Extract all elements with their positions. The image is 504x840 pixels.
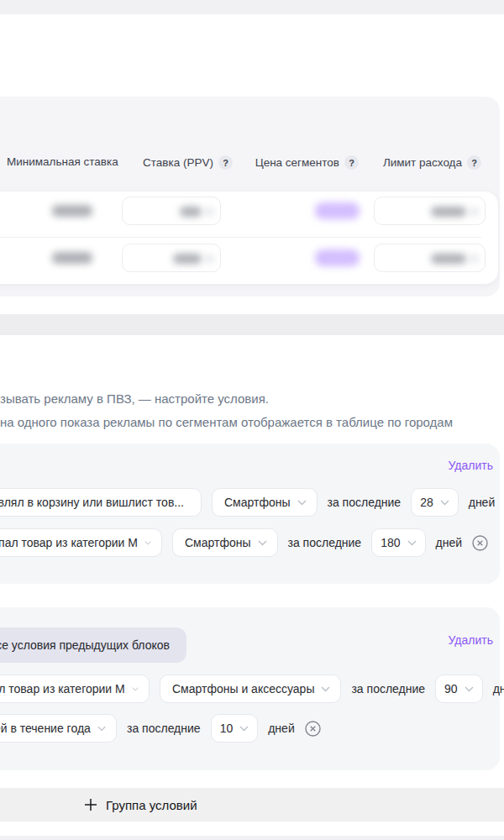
select-value: Смартфоны: [185, 536, 251, 549]
remove-condition-button[interactable]: [305, 721, 321, 737]
select-value: 180: [381, 536, 400, 549]
select-value: 10: [220, 722, 234, 735]
redacted-min-bid-value: [52, 252, 92, 264]
chevron-down-icon: [465, 686, 474, 692]
column-header-label: Цена сегментов: [255, 156, 339, 169]
chevron-down-icon: [321, 686, 330, 692]
chevron-down-icon: [144, 540, 151, 546]
category-select[interactable]: Смартфоны: [212, 488, 318, 517]
intro-line: на одного показа рекламы по сегментам от…: [0, 411, 453, 434]
select-value: окупал товар из категории М: [0, 536, 138, 549]
redacted-value: [431, 254, 466, 264]
select-value: Смартфоны: [224, 496, 291, 509]
select-value: скал товар из категории М: [0, 682, 125, 696]
days-unit-label: дней: [436, 536, 463, 549]
bottom-section-divider: [0, 836, 504, 840]
select-value: 28: [420, 496, 433, 509]
column-header-ppv-bid: Ставка (PPV) ?: [143, 155, 233, 170]
redacted-min-bid-value: [52, 205, 92, 217]
select-value: дней в течение года: [0, 722, 91, 735]
help-icon[interactable]: ?: [344, 155, 359, 170]
ppv-bid-input[interactable]: [122, 244, 221, 272]
days-unit-label: дней: [268, 722, 295, 735]
days-count-select[interactable]: 28: [411, 488, 459, 517]
select-value: добавлял в корзину или вишлист тов...: [0, 496, 184, 509]
redacted-value: [431, 207, 466, 217]
redacted-suffix: [206, 207, 213, 216]
intro-line: зывать рекламу в ПВЗ, — настройте услови…: [0, 387, 453, 411]
bids-table-body: [0, 192, 498, 284]
column-header-segment-price: Цена сегментов ?: [255, 155, 359, 170]
column-header-label: Лимит расхода: [383, 156, 462, 169]
circle-x-icon: [472, 535, 488, 551]
condition-row: окупал товар из категории М Смартфоны за…: [0, 528, 500, 557]
row-divider: [0, 237, 481, 238]
action-select[interactable]: окупал товар из категории М: [0, 528, 162, 557]
delete-group-button[interactable]: Удалить: [449, 633, 493, 647]
select-value: 90: [444, 682, 458, 696]
chevron-down-icon: [440, 500, 449, 506]
remove-condition-button[interactable]: [472, 535, 488, 551]
days-count-select[interactable]: 10: [211, 714, 259, 743]
add-condition-group-button[interactable]: Группа условий: [0, 788, 504, 822]
chevron-down-icon: [239, 726, 249, 732]
chevron-down-icon: [407, 540, 417, 546]
category-select[interactable]: Смартфоны и аксессуары: [160, 675, 341, 703]
add-group-label: Группа условий: [106, 798, 197, 812]
redacted-segment-price-badge[interactable]: [315, 202, 360, 219]
condition-row: скал товар из категории М Смартфоны и ак…: [0, 675, 500, 703]
period-prefix-label: за последние: [351, 682, 425, 696]
section-divider-band: [0, 314, 504, 335]
column-header-min-bid: Минимальная ставка: [7, 155, 118, 168]
period-prefix-label: за последние: [288, 536, 362, 549]
chevron-down-icon: [258, 540, 267, 546]
redacted-suffix: [470, 255, 478, 263]
help-icon[interactable]: ?: [467, 155, 481, 170]
spend-limit-input[interactable]: [374, 244, 486, 272]
campaign-settings-page: Минимальная ставка Ставка (PPV) ? Цена с…: [0, 0, 504, 840]
redacted-suffix: [470, 207, 478, 216]
period-prefix-label: за последние: [328, 496, 402, 509]
column-header-label: Ставка (PPV): [143, 156, 213, 169]
condition-group-1: Удалить добавлял в корзину или вишлист т…: [0, 444, 500, 584]
group-logic-badge: тся на все условия предыдущих блоков: [0, 627, 186, 663]
action-select[interactable]: дней в течение года: [0, 714, 117, 743]
condition-row: дней в течение года за последние 10 дней: [0, 714, 500, 743]
condition-group-2: тся на все условия предыдущих блоков Уда…: [0, 607, 500, 770]
redacted-segment-price-badge[interactable]: [315, 249, 360, 266]
redacted-suffix: [206, 255, 213, 263]
category-select[interactable]: Смартфоны: [172, 528, 278, 557]
action-select[interactable]: скал товар из категории М: [0, 675, 150, 703]
conditions-intro-text: зывать рекламу в ПВЗ, — настройте услови…: [0, 387, 453, 434]
column-header-spend-limit: Лимит расхода ?: [383, 155, 481, 170]
chevron-down-icon: [132, 686, 139, 692]
spend-limit-input[interactable]: [374, 197, 486, 225]
bids-table-panel: Минимальная ставка Ставка (PPV) ? Цена с…: [0, 97, 500, 297]
redacted-value: [173, 254, 202, 264]
period-prefix-label: за последние: [127, 722, 201, 735]
chevron-down-icon: [97, 726, 106, 732]
ppv-bid-input[interactable]: [122, 197, 221, 225]
top-section-divider: [0, 0, 504, 14]
chevron-down-icon: [297, 500, 307, 506]
redacted-value: [180, 207, 202, 217]
column-header-label: Минимальная ставка: [7, 155, 118, 168]
circle-x-icon: [305, 721, 321, 737]
delete-group-button[interactable]: Удалить: [449, 459, 493, 472]
select-value: Смартфоны и аксессуары: [172, 682, 314, 696]
days-count-select[interactable]: 180: [371, 528, 425, 557]
days-unit-label: дней: [469, 496, 496, 509]
help-icon[interactable]: ?: [218, 155, 233, 170]
action-select[interactable]: добавлял в корзину или вишлист тов...: [0, 488, 202, 517]
days-unit-label: дней: [493, 682, 504, 696]
condition-row: добавлял в корзину или вишлист тов... См…: [0, 488, 500, 517]
plus-icon: [84, 798, 97, 811]
days-count-select[interactable]: 90: [435, 675, 483, 703]
